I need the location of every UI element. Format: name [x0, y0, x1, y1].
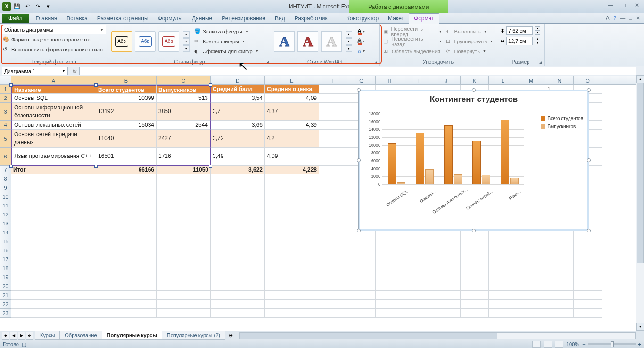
cell[interactable]: 16501 — [96, 148, 157, 166]
fx-icon[interactable]: fx — [70, 68, 79, 74]
cell[interactable] — [11, 228, 96, 237]
cell[interactable] — [319, 219, 347, 228]
cell[interactable] — [347, 309, 376, 318]
cell[interactable] — [489, 264, 517, 273]
height-down[interactable]: ▾ — [535, 31, 540, 35]
cell[interactable] — [319, 273, 347, 282]
legend-item[interactable]: Всего студентов — [541, 116, 583, 121]
row-header[interactable]: 10 — [0, 192, 11, 201]
cell[interactable]: 4,09 — [265, 148, 319, 166]
sheet-nav-last[interactable]: ⏭ — [26, 332, 33, 340]
cell[interactable] — [11, 246, 96, 255]
bar-group[interactable] — [413, 133, 437, 184]
qat-customize-icon[interactable]: ▾ — [43, 2, 53, 11]
chart-bar[interactable] — [482, 175, 490, 184]
workbook-min-icon[interactable]: — — [620, 15, 625, 21]
cell[interactable] — [545, 246, 574, 255]
cell[interactable] — [265, 219, 319, 228]
cell[interactable]: Название — [11, 85, 96, 94]
cell[interactable] — [265, 246, 319, 255]
text-effects-button[interactable]: A▼ — [356, 47, 367, 56]
cell[interactable] — [489, 309, 517, 318]
cell[interactable] — [432, 273, 461, 282]
cell[interactable] — [11, 237, 96, 246]
cell[interactable] — [432, 246, 461, 255]
cell[interactable] — [157, 300, 211, 309]
cell[interactable]: 11040 — [96, 130, 157, 148]
cell[interactable] — [211, 210, 265, 219]
cell[interactable] — [376, 264, 404, 273]
cell[interactable] — [96, 201, 157, 210]
cell[interactable] — [157, 282, 211, 291]
gallery-up-icon[interactable]: ▴ — [346, 31, 352, 38]
cell[interactable]: 3,49 — [211, 148, 265, 166]
cell[interactable] — [157, 219, 211, 228]
bar-group[interactable] — [498, 120, 521, 185]
chart-legend[interactable]: Всего студентов Выпускников — [541, 116, 583, 132]
cell[interactable] — [574, 291, 602, 300]
cell[interactable] — [265, 300, 319, 309]
cell[interactable] — [96, 309, 157, 318]
cell[interactable]: 13192 — [96, 103, 157, 121]
cell[interactable] — [319, 166, 347, 174]
wordart-style-3[interactable]: A — [321, 31, 342, 52]
cell[interactable] — [574, 300, 602, 309]
cell[interactable] — [376, 300, 404, 309]
row-header[interactable]: 18 — [0, 264, 11, 273]
cell[interactable] — [404, 282, 432, 291]
cell[interactable] — [517, 246, 545, 255]
chart-resize-handle[interactable] — [472, 229, 476, 232]
cell[interactable] — [376, 291, 404, 300]
hscroll-thumb[interactable] — [240, 333, 497, 339]
col-header-B[interactable]: B — [96, 76, 157, 84]
cell[interactable]: 3,72 — [211, 130, 265, 148]
cell[interactable] — [319, 85, 347, 94]
chart-bar[interactable] — [444, 125, 453, 184]
cell[interactable] — [347, 246, 376, 255]
cell[interactable] — [157, 228, 211, 237]
cell[interactable] — [404, 309, 432, 318]
tab-home[interactable]: Главная — [31, 14, 62, 23]
selection-handle[interactable] — [9, 83, 13, 87]
cell[interactable] — [404, 237, 432, 246]
cell[interactable]: 66166 — [96, 166, 157, 174]
chart-resize-handle[interactable] — [357, 229, 361, 232]
cell[interactable] — [11, 183, 96, 192]
cell[interactable] — [404, 291, 432, 300]
cell[interactable] — [347, 282, 376, 291]
chart-y-axis[interactable]: 0200040006000800010000120001400016000180… — [363, 114, 381, 184]
width-input[interactable]: 12,7 см — [506, 37, 533, 45]
cell[interactable]: 1716 — [157, 148, 211, 166]
chart-resize-handle[interactable] — [357, 88, 361, 92]
cell[interactable] — [96, 183, 157, 192]
cell[interactable] — [319, 246, 347, 255]
chart-bar[interactable] — [510, 178, 519, 184]
col-header-K[interactable]: K — [461, 76, 489, 84]
row-header[interactable]: 17 — [0, 255, 11, 264]
cell[interactable] — [461, 300, 489, 309]
cell[interactable] — [157, 309, 211, 318]
cell[interactable] — [517, 291, 545, 300]
row-header[interactable]: 9 — [0, 183, 11, 192]
cell[interactable] — [211, 219, 265, 228]
chart-x-axis[interactable]: Основы SQLОсновы...Основы локальных...Ос… — [382, 185, 524, 214]
cell[interactable] — [319, 121, 347, 130]
row-header[interactable]: 21 — [0, 291, 11, 300]
align-button[interactable]: ⫞Выровнять▼ — [446, 27, 493, 36]
cell[interactable] — [319, 255, 347, 264]
cell[interactable] — [432, 291, 461, 300]
cell[interactable] — [211, 309, 265, 318]
wordart-style-1[interactable]: A — [274, 31, 295, 52]
row-header[interactable]: 14 — [0, 228, 11, 237]
cell[interactable]: 4,09 — [265, 94, 319, 103]
chart-plot-area[interactable] — [382, 114, 524, 184]
chart-bar[interactable] — [397, 182, 405, 184]
normal-view-button[interactable] — [532, 341, 541, 348]
cell[interactable] — [517, 264, 545, 273]
row-header[interactable]: 20 — [0, 282, 11, 291]
gallery-down-icon[interactable]: ▾ — [183, 38, 190, 45]
cell[interactable] — [517, 309, 545, 318]
sheet-tab-active[interactable]: Популярные курсы — [102, 331, 162, 340]
chart-element-selector[interactable]: Область диаграммы ▼ — [2, 25, 106, 34]
col-header-J[interactable]: J — [432, 76, 461, 84]
